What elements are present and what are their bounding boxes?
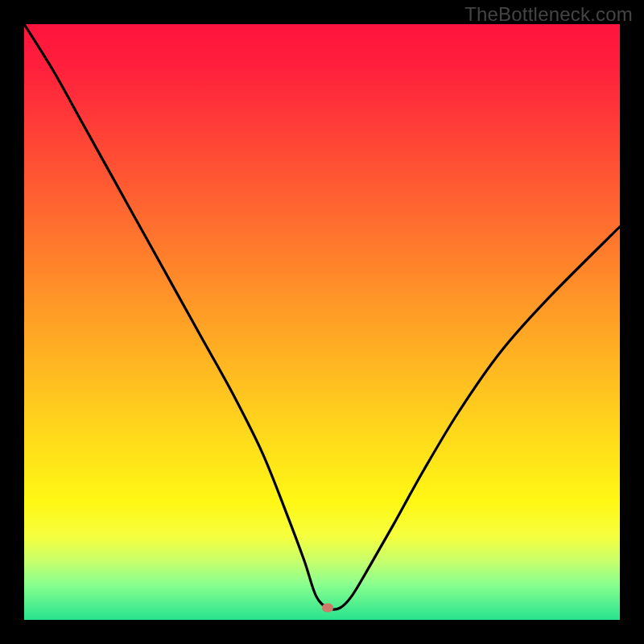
curve-svg xyxy=(24,24,620,620)
chart-container: TheBottleneck.com xyxy=(0,0,644,644)
optimum-marker xyxy=(322,604,333,613)
plot-area xyxy=(24,24,620,620)
bottleneck-curve xyxy=(24,24,620,609)
watermark-text: TheBottleneck.com xyxy=(464,3,633,26)
